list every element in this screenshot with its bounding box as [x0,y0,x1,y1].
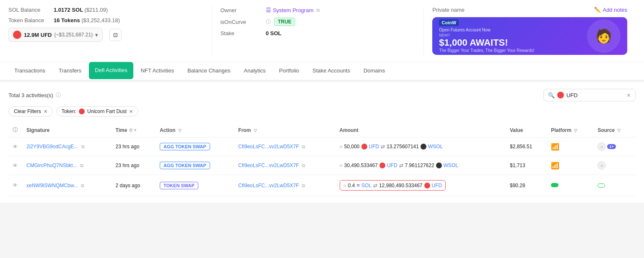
wsol-token-link[interactable]: WSOL [428,144,443,150]
source-capsule-icon [597,183,605,188]
token-balance-value: 16 Tokens ($3,252,433.18) [54,17,120,23]
ufd-token-link[interactable]: UFD [369,144,379,150]
pencil-icon: ✏️ [594,7,601,13]
tab-portfolio[interactable]: Portfolio [273,62,305,80]
tab-stake-accounts[interactable]: Stake Accounts [306,62,356,80]
ufd-icon [424,183,430,188]
action-filter-icon[interactable]: ▽ [178,128,182,133]
from-copy-icon[interactable]: ⧉ [302,163,305,168]
filter-chip-x-icon[interactable]: ✕ [129,109,133,114]
owner-label: Owner [221,7,262,13]
list-icon: ☰ [266,7,271,13]
token-filter-chip[interactable]: Token: Unicorn Fart Dust ✕ [56,106,138,116]
amount-from-qty: 0.4 [348,183,355,188]
tab-nft-activities[interactable]: NFT Activities [135,62,180,80]
from-address[interactable]: Cfi9eoLsFC...vv2LwD5X7F [238,183,299,188]
amount-from-qty: 50,000 [344,144,360,150]
total-activities: Total 3 activities(s) ⓘ [8,92,61,99]
platform-filter-icon[interactable]: ▽ [574,128,577,133]
copy-icon[interactable]: ⧉ [317,8,320,13]
ufd-token-link[interactable]: UFD [432,183,442,188]
plus-badge: 1+ [607,144,615,149]
sol-balance-value: 1.0172 SOL ($211.09) [54,7,108,13]
source-badge: ⌂ 1+ [597,142,631,151]
source-icon: ⌂ [597,161,606,170]
ad-logo: CoinW [439,19,459,26]
signature-link[interactable]: CMGircPhuQ7NSbkt... [26,163,77,168]
sol-icon: ≡ [356,182,360,188]
signature-link[interactable]: 2i2Y9VBG9odCAcgE... [26,144,78,150]
expand-icon[interactable]: ⊡ [109,29,122,41]
value-cell: $2,856.51 [506,137,547,156]
search-ufd-token-icon [557,92,564,98]
search-icon: 🔍 [548,92,555,98]
action-badge: TOKEN SWAP [160,182,198,189]
swap-arrows-icon: ⇄ [381,144,385,150]
from-copy-icon[interactable]: ⧉ [302,144,305,149]
filter-chip-token: Unicorn Fart Dust [87,108,127,114]
action-badge: AGG TOKEN SWAP [160,143,210,150]
table-row: 👁 xeNW9iSWNQMCbw... ⧉ 2 days ago TOKEN S… [8,175,636,196]
source-icon: ⌂ [597,142,606,151]
col-platform: Platform ▽ [547,123,593,137]
ad-image: 🧑 [587,19,621,53]
tab-transfers[interactable]: Transfers [53,62,87,80]
from-address[interactable]: Cfi9eoLsFC...vv2LwD5X7F [238,144,299,150]
stake-value: 0 SOL [266,30,282,36]
signature-link[interactable]: xeNW9iSWNQMCbw... [26,183,78,188]
wsol-token-link[interactable]: WSOL [444,163,458,168]
wsol-icon [421,144,426,150]
ad-banner[interactable]: CoinW Open Futures Account Now NEW? $1,0… [432,17,627,55]
ufd-icon [361,144,367,150]
clear-filters-label: Clear Filters [14,108,41,114]
clear-search-icon[interactable]: ✕ [626,92,631,98]
activities-table: ⓘ Signature Time ⏱ ▽ Action ▽ From ▽ [8,123,636,196]
ad-headline: $1,000 AWAITS! [439,37,534,48]
add-notes-button[interactable]: ✏️ Add notes [594,7,627,13]
ufd-token-link[interactable]: UFD [387,163,397,168]
time-sort-icon[interactable]: ⏱ ▽ [129,128,136,133]
token-selector-usd: (~$3,251,687.21) [54,32,93,38]
col-signature: Signature [22,123,112,137]
ad-new: NEW? [439,33,534,37]
row-eye-icon[interactable]: 👁 [13,144,18,150]
col-value: Value [506,123,547,137]
tab-balance-changes[interactable]: Balance Changes [182,62,236,80]
from-address[interactable]: Cfi9eoLsFC...vv2LwD5X7F [238,163,299,168]
tab-transactions[interactable]: Transactions [8,62,51,80]
source-badge [597,183,631,188]
is-on-curve-badge: TRUE [274,18,296,26]
row-time: 23 hrs ago [112,156,156,175]
platform-wifi-icon: 📶 [551,143,559,150]
chevron-down-icon: ▾ [95,32,98,38]
value-cell: $90.28 [506,175,547,196]
is-on-curve-label: isOnCurve [221,19,262,25]
filter-chip-label: Token: [62,108,76,114]
from-copy-icon[interactable]: ⧉ [302,183,305,188]
amount-circle-icon: ○ [343,183,346,188]
clear-filters-x-icon[interactable]: ✕ [44,109,47,114]
tab-analytics[interactable]: Analytics [238,62,272,80]
row-copy-icon[interactable]: ⧉ [80,163,83,168]
sol-token-link[interactable]: SOL [361,183,371,188]
tab-defi-activities[interactable]: Defi Activities [89,62,133,79]
amount-circle-icon: ○ [340,144,343,150]
search-box[interactable]: 🔍 UFD ✕ [543,89,636,101]
row-eye-icon[interactable]: 👁 [13,182,18,188]
clear-filters-chip[interactable]: Clear Filters ✕ [8,106,53,116]
row-copy-icon[interactable]: ⧉ [81,183,84,188]
table-row: 👁 2i2Y9VBG9odCAcgE... ⧉ 23 hrs ago AGG T… [8,137,636,156]
help-icon: ⓘ [266,18,271,26]
token-selector[interactable]: 12.9M UFD (~$3,251,687.21) ▾ [8,28,103,42]
ufd-icon [379,163,385,168]
sol-balance-label: SOL Balance [8,7,50,13]
from-filter-icon[interactable]: ▽ [254,128,257,133]
stake-label: Stake [221,30,262,36]
amount-to-qty: 12,980,490.533467 [379,183,422,188]
tab-domains[interactable]: Domains [358,62,391,80]
source-filter-icon[interactable]: ▽ [617,128,621,133]
row-eye-icon[interactable]: 👁 [13,163,18,169]
col-from: From ▽ [234,123,335,137]
row-copy-icon[interactable]: ⧉ [81,144,85,149]
table-row: 👁 CMGircPhuQ7NSbkt... ⧉ 23 hrs ago AGG T… [8,156,636,175]
